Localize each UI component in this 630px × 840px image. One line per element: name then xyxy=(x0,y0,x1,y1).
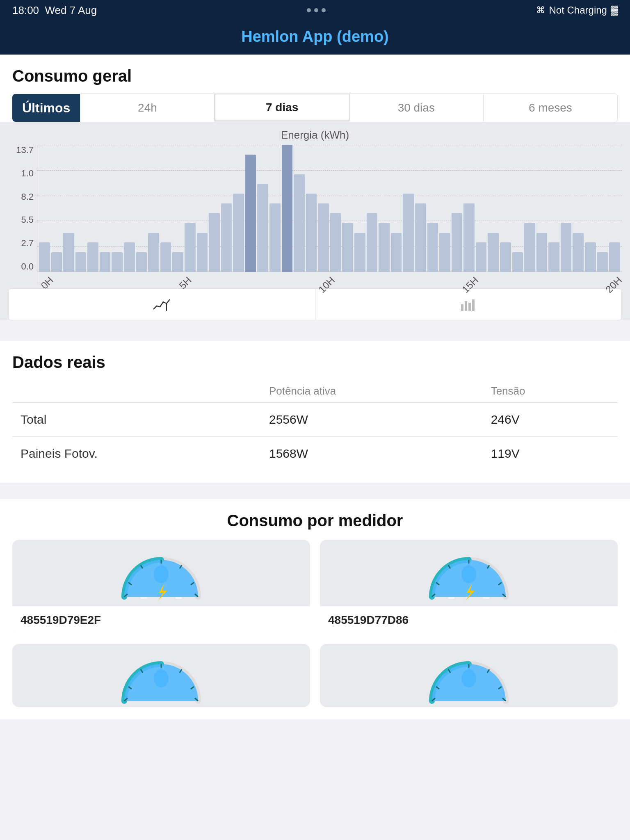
status-time-date: 18:00 Wed 7 Aug xyxy=(12,4,97,17)
app-title: Hemlon App (demo) xyxy=(0,28,630,46)
battery-icon: ▓ xyxy=(611,5,618,16)
bar-33 xyxy=(439,233,450,272)
bar-34 xyxy=(452,213,463,272)
bar-18 xyxy=(257,184,268,272)
y-label-2: 1.0 xyxy=(21,168,34,179)
bar-32 xyxy=(427,223,438,272)
app-header: Hemlon App (demo) xyxy=(0,21,630,55)
svg-rect-3 xyxy=(468,303,471,311)
bar-chart-icon xyxy=(460,298,477,311)
bar-13 xyxy=(197,233,208,272)
dados-reais-table: Potência ativa Tensão Total 2556W 246V P… xyxy=(12,380,618,470)
bar-39 xyxy=(512,252,523,272)
dados-reais-title: Dados reais xyxy=(12,353,618,372)
time-tabs-container: Últimos 24h 7 dias 30 dias 6 meses xyxy=(12,94,618,122)
bar-9 xyxy=(148,233,159,272)
bar-31 xyxy=(415,203,426,272)
medidor-id-2: 485519D77D86 xyxy=(328,614,409,626)
bar-8 xyxy=(136,252,147,272)
bar-40 xyxy=(524,223,535,272)
bar-2 xyxy=(63,233,74,272)
bar-21 xyxy=(294,174,305,272)
svg-rect-1 xyxy=(461,304,463,311)
line-chart-button[interactable] xyxy=(9,289,315,320)
chart-section: Energia (kWh) 13.7 1.0 8.2 5.5 2.7 0.0 xyxy=(0,122,630,320)
bar-36 xyxy=(476,242,487,272)
row1-tensao: 246V xyxy=(483,403,618,437)
bar-6 xyxy=(112,252,123,272)
dados-reais-section: Dados reais Potência ativa Tensão Total … xyxy=(0,341,630,483)
medidor-card-2[interactable]: 485519D77D86 xyxy=(320,540,618,634)
bar-11 xyxy=(172,252,183,272)
medidor-id-bar-1: 485519D79E2F xyxy=(12,606,310,634)
bar-29 xyxy=(391,233,402,272)
bar-16 xyxy=(233,194,244,272)
gauge-svg-3 xyxy=(116,654,206,707)
y-label-5: 2.7 xyxy=(21,238,34,249)
y-label-6: 0.0 xyxy=(21,261,34,272)
gauge-area-3 xyxy=(106,644,216,707)
row2-tensao: 119V xyxy=(483,437,618,471)
battery-status: Not Charging xyxy=(549,5,607,16)
medidor-card-3[interactable] xyxy=(12,644,310,707)
tab-30dias[interactable]: 30 dias xyxy=(349,94,484,122)
bar-47 xyxy=(609,242,620,272)
consumo-por-medidor-section: Consumo por medidor xyxy=(0,499,630,719)
medidor-title: Consumo por medidor xyxy=(12,511,618,530)
chart-wrapper: 13.7 1.0 8.2 5.5 2.7 0.0 0H 5H 10H xyxy=(8,145,622,284)
gauge-svg-4 xyxy=(424,654,514,707)
bar-7 xyxy=(124,242,135,272)
gauge-area-1 xyxy=(106,540,216,603)
bar-42 xyxy=(548,242,559,272)
bar-17 xyxy=(245,155,256,272)
tab-6meses[interactable]: 6 meses xyxy=(484,94,617,122)
x-axis: 0H 5H 10H 15H 20H xyxy=(37,272,622,284)
bar-24 xyxy=(330,213,341,272)
bar-5 xyxy=(100,252,111,272)
bar-41 xyxy=(536,233,548,272)
medidor-grid: 485519D79E2F xyxy=(12,540,618,707)
table-row: Paineis Fotov. 1568W 119V xyxy=(12,437,618,471)
row2-label: Paineis Fotov. xyxy=(12,437,261,471)
bar-28 xyxy=(379,223,390,272)
ultimos-label: Últimos xyxy=(12,94,80,122)
wifi-icon: ⌘ xyxy=(536,5,545,16)
medidor-id-bar-2: 485519D77D86 xyxy=(320,606,618,634)
chart-inner: 0H 5H 10H 15H 20H xyxy=(37,145,622,284)
col-potencia: Potência ativa xyxy=(261,380,483,403)
svg-rect-4 xyxy=(472,299,475,311)
bar-0 xyxy=(39,242,50,272)
bar-3 xyxy=(75,252,87,272)
col-tensao: Tensão xyxy=(483,380,618,403)
bar-38 xyxy=(500,242,511,272)
bars-container xyxy=(37,145,622,272)
bar-25 xyxy=(342,223,353,272)
bar-35 xyxy=(463,203,475,272)
bar-37 xyxy=(488,233,499,272)
bar-15 xyxy=(221,203,232,272)
bar-14 xyxy=(209,213,220,272)
chart-toggle xyxy=(8,288,622,320)
gauge-svg-2 xyxy=(424,550,514,603)
bar-23 xyxy=(318,203,329,272)
line-chart-icon xyxy=(153,298,170,311)
row1-label: Total xyxy=(12,403,261,437)
bar-45 xyxy=(585,242,596,272)
tab-7dias[interactable]: 7 dias xyxy=(215,94,350,121)
medidor-card-4[interactable] xyxy=(320,644,618,707)
bar-22 xyxy=(306,194,317,272)
bar-12 xyxy=(185,223,196,272)
bar-44 xyxy=(573,233,584,272)
medidor-card-1[interactable]: 485519D79E2F xyxy=(12,540,310,634)
tab-24h[interactable]: 24h xyxy=(80,94,215,122)
bar-26 xyxy=(354,233,365,272)
bar-4 xyxy=(87,242,98,272)
chart-label: Energia (kWh) xyxy=(8,129,622,142)
gauge-area-2 xyxy=(414,540,524,603)
bar-19 xyxy=(269,203,281,272)
gauge-svg-1 xyxy=(116,550,206,603)
bar-27 xyxy=(367,213,378,272)
bar-30 xyxy=(403,194,414,272)
bar-10 xyxy=(160,242,171,272)
medidor-id-1: 485519D79E2F xyxy=(21,614,101,626)
